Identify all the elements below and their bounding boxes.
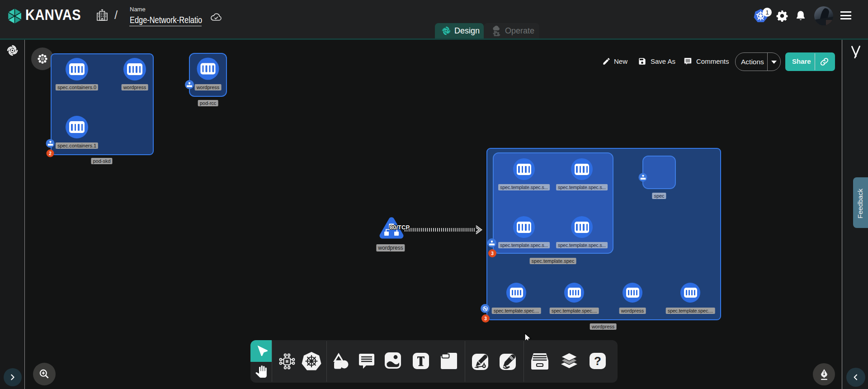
svg-text:?: ?	[594, 354, 601, 368]
